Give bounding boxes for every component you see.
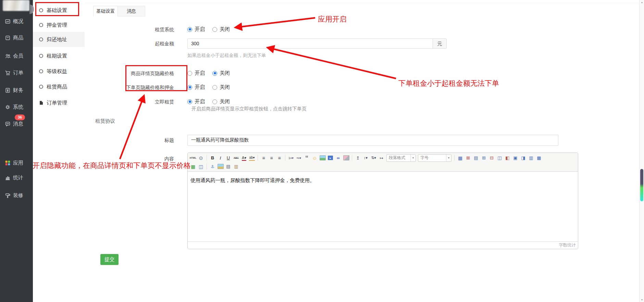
- tab-basic-settings[interactable]: 基础设置: [93, 6, 118, 16]
- submenu-item-7[interactable]: 订单管理: [33, 95, 85, 110]
- col-delete-icon[interactable]: ◧: [504, 154, 511, 161]
- radio-label: 开启: [195, 70, 205, 76]
- scrollbar-thumb[interactable]: [640, 169, 643, 201]
- sidebar-item-overview[interactable]: 概况: [0, 17, 33, 25]
- radio-hide_price_order-checked-option[interactable]: 开启: [187, 84, 205, 90]
- sidebar-item-stats[interactable]: 统计: [0, 174, 33, 181]
- sidebar-item-member[interactable]: 会员: [0, 52, 33, 60]
- agreement-title-input[interactable]: [187, 135, 558, 146]
- font-size-select[interactable]: 字号▾: [418, 154, 451, 162]
- radio-icon[interactable]: [212, 27, 217, 32]
- eraser-icon[interactable]: [343, 154, 350, 161]
- sidebar-item-decorate[interactable]: 装修: [0, 192, 33, 199]
- cell-split-v-icon[interactable]: ▥: [528, 154, 535, 161]
- line-height-icon[interactable]: ↕▾: [362, 154, 369, 161]
- underline-icon[interactable]: U: [225, 154, 232, 161]
- italic-icon[interactable]: I: [217, 154, 224, 161]
- highlight-icon[interactable]: ab▾: [248, 154, 256, 161]
- submit-button[interactable]: 提交: [100, 254, 119, 265]
- submenu-item-label: 押金管理: [47, 22, 67, 28]
- ordered-list-icon[interactable]: 1≡▾: [287, 154, 295, 161]
- radio-icon[interactable]: [212, 85, 217, 90]
- print-icon[interactable]: ▤: [225, 163, 232, 170]
- word-count-label[interactable]: 字数统计: [559, 242, 578, 248]
- chevron-down-icon[interactable]: ▾: [410, 155, 416, 161]
- table-prop-icon[interactable]: ▤: [472, 154, 480, 161]
- radio-icon[interactable]: [187, 71, 192, 76]
- scroll-down-icon[interactable]: ▼: [640, 299, 644, 301]
- row-insert-above-icon[interactable]: ⊞: [480, 154, 487, 161]
- tab-message[interactable]: 消息: [118, 6, 145, 16]
- member-icon: [4, 53, 11, 59]
- map-icon[interactable]: [217, 163, 224, 170]
- radio-icon[interactable]: [187, 85, 192, 90]
- radio-rent_now-unchecked-option[interactable]: 关闭: [212, 98, 230, 105]
- radio-icon[interactable]: [212, 99, 217, 104]
- sidebar-item-apps[interactable]: 应用: [0, 159, 33, 167]
- table-delete-icon[interactable]: ⊠: [465, 154, 472, 161]
- bold-icon[interactable]: B: [209, 154, 216, 161]
- submenu-item-4[interactable]: 租期设置: [33, 48, 85, 63]
- decorate-icon: [4, 192, 11, 198]
- radio-hide_price_detail-unchecked-option[interactable]: 开启: [187, 70, 205, 76]
- sidebar-item-order[interactable]: 订单: [0, 69, 33, 76]
- avatar[interactable]: [3, 0, 29, 11]
- submenu-item-1[interactable]: 基础设置: [33, 3, 85, 18]
- row-delete-icon[interactable]: ⊟: [488, 154, 495, 161]
- radio-icon[interactable]: [187, 27, 192, 32]
- page-scrollbar[interactable]: ▲ ▼: [639, 0, 644, 302]
- radio-rent_system-unchecked-option[interactable]: 关闭: [212, 26, 230, 33]
- chevron-down-icon[interactable]: ▾: [446, 155, 451, 161]
- align-right-icon[interactable]: ≡: [276, 154, 283, 161]
- sidebar-item-goods[interactable]: 商品: [0, 34, 33, 41]
- hide-price-order-label: 下单页隐藏价格和押金: [85, 84, 174, 91]
- anchor-icon[interactable]: ⚓: [209, 163, 216, 170]
- para-spacing-icon[interactable]: ⇅▾: [370, 154, 377, 161]
- sidebar-item-label: 订单: [13, 70, 23, 76]
- radio-rent_system-checked-option[interactable]: 开启: [187, 26, 205, 33]
- submenu-item-6[interactable]: 租赁商品: [33, 79, 85, 94]
- quick-table-icon[interactable]: ▦: [189, 163, 197, 170]
- table-grid-icon[interactable]: ▩: [535, 154, 543, 161]
- scroll-up-icon[interactable]: ▲: [640, 1, 644, 3]
- font-color-icon[interactable]: A▾: [240, 154, 248, 161]
- editor-content[interactable]: 使用通风药一瓶，尿酸指数下降即可退押金，免费使用。: [188, 172, 578, 241]
- sidebar-item-label: 系统: [13, 104, 23, 110]
- radio-label: 关闭: [220, 26, 230, 33]
- table-col-icon[interactable]: ◫: [197, 163, 205, 170]
- blockquote-icon[interactable]: “: [303, 154, 310, 161]
- submenu-item-5[interactable]: 等级权益: [33, 64, 85, 79]
- image-icon[interactable]: [319, 154, 326, 161]
- preview-icon[interactable]: ⊙: [197, 154, 205, 161]
- radio-icon[interactable]: [187, 99, 192, 104]
- sidebar-item-message[interactable]: 消息: [0, 120, 33, 128]
- emoticons-icon[interactable]: ☺: [311, 154, 318, 161]
- min-rent-input[interactable]: [187, 38, 433, 49]
- radio-hide_price_order-unchecked-option[interactable]: 关闭: [212, 84, 230, 90]
- strikethrough-icon[interactable]: ABC: [233, 154, 240, 161]
- col-insert-icon[interactable]: ◫: [496, 154, 503, 161]
- unordered-list-icon[interactable]: •≡▾: [295, 154, 302, 161]
- media-icon[interactable]: ▸: [327, 154, 334, 161]
- paragraph-format-select[interactable]: 段落格式▾: [386, 154, 416, 162]
- sidebar-item-label: 消息: [13, 121, 23, 127]
- indent-icon[interactable]: ↦: [378, 154, 385, 161]
- table-insert-icon[interactable]: ▦: [457, 154, 464, 161]
- source-icon[interactable]: HTML: [189, 154, 197, 161]
- cell-merge-icon[interactable]: ▣: [512, 154, 519, 161]
- tab-bar: 基础设置消息: [93, 6, 145, 16]
- sidebar-item-system[interactable]: 系统: [0, 103, 33, 111]
- link-icon[interactable]: ∞: [335, 154, 342, 161]
- paste-icon[interactable]: ▥: [233, 163, 240, 170]
- text-valign-icon[interactable]: ↥: [354, 154, 361, 161]
- document-icon: [39, 100, 44, 105]
- submenu-item-3[interactable]: 归还地址: [33, 32, 85, 47]
- align-left-icon[interactable]: ≡: [260, 154, 267, 161]
- submenu-item-2[interactable]: 押金管理: [33, 17, 85, 33]
- sidebar-item-finance[interactable]: 财务: [0, 86, 33, 94]
- radio-hide_price_detail-checked-option[interactable]: 关闭: [212, 70, 230, 76]
- cell-split-h-icon[interactable]: ◨: [520, 154, 527, 161]
- align-center-icon[interactable]: ≡: [268, 154, 275, 161]
- radio-icon[interactable]: [212, 71, 217, 76]
- radio-rent_now-checked-option[interactable]: 开启: [187, 98, 205, 105]
